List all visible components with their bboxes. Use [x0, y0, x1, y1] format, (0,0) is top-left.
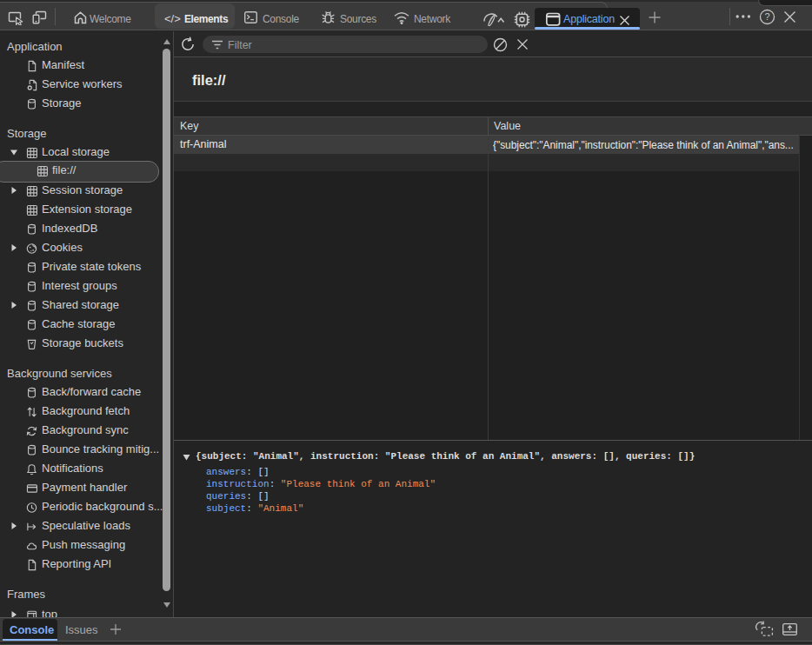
svg-text:?: ? — [764, 11, 769, 22]
